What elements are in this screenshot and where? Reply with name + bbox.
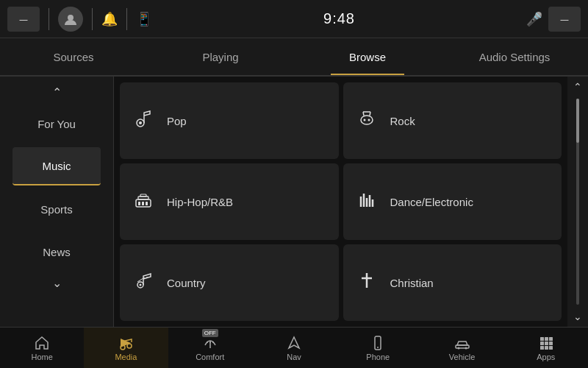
genre-dance[interactable]: Dance/Electronic	[343, 163, 562, 240]
svg-point-0	[68, 15, 74, 21]
genre-country[interactable]: Country	[120, 244, 339, 321]
svg-rect-40	[545, 342, 548, 345]
nav-icon-wrap	[286, 335, 302, 351]
nav-label: Nav	[287, 353, 301, 361]
comfort-label: Comfort	[196, 353, 224, 361]
vehicle-icon-wrap	[454, 335, 470, 351]
svg-rect-11	[140, 194, 146, 197]
svg-point-7	[363, 119, 365, 121]
scroll-track	[576, 99, 579, 305]
sidebar-item-music[interactable]: Music	[12, 147, 101, 185]
svg-point-8	[368, 119, 370, 121]
comfort-icon-wrap: OFF	[202, 335, 218, 351]
svg-point-35	[465, 347, 467, 349]
sidebar-item-for-you[interactable]: For You	[12, 105, 101, 143]
scroll-up-btn[interactable]: ⌃	[573, 81, 582, 93]
off-badge: OFF	[202, 329, 218, 337]
svg-rect-37	[545, 337, 548, 341]
svg-point-2	[139, 121, 142, 124]
pop-icon	[132, 108, 155, 133]
genre-christian[interactable]: Christian	[343, 244, 562, 321]
svg-rect-14	[146, 202, 148, 205]
clock: 9:48	[323, 10, 355, 27]
svg-rect-42	[540, 346, 544, 350]
sidebar-down-arrow[interactable]: ⌄	[52, 273, 62, 293]
genre-hiphop[interactable]: Hip-Hop/R&B	[120, 163, 339, 240]
svg-marker-30	[289, 337, 299, 348]
apps-icon-wrap	[538, 335, 554, 351]
country-label: Country	[167, 277, 206, 289]
svg-rect-41	[549, 342, 553, 345]
genre-rock[interactable]: Rock	[343, 82, 562, 159]
bottom-media[interactable]: Media	[84, 328, 168, 368]
sidebar-item-news[interactable]: News	[12, 233, 101, 271]
bell-icon: 🔔	[101, 11, 118, 27]
christian-icon	[355, 270, 379, 295]
apps-label: Apps	[537, 353, 555, 361]
svg-rect-13	[142, 202, 144, 205]
home-icon-wrap	[34, 335, 50, 351]
tab-browse[interactable]: Browse	[294, 38, 441, 75]
nav-tabs: Sources Playing Browse Audio Settings	[0, 38, 588, 77]
rock-icon	[355, 108, 379, 133]
top-btn-2[interactable]: —	[548, 7, 581, 32]
genre-grid-container: Pop Rock	[114, 77, 567, 327]
svg-rect-43	[545, 346, 548, 350]
vehicle-label: Vehicle	[449, 353, 475, 361]
svg-rect-38	[549, 337, 553, 341]
svg-point-3	[361, 116, 373, 124]
media-label: Media	[115, 353, 137, 361]
top-bar-left: — 🔔 📱	[7, 7, 152, 32]
dance-icon	[355, 189, 379, 214]
top-btn-1[interactable]: —	[7, 7, 40, 32]
phone-label: Phone	[366, 353, 390, 361]
top-bar-divider	[49, 8, 49, 30]
scrollbar: ⌃ ⌄	[567, 77, 588, 327]
bottom-phone[interactable]: Phone	[336, 328, 420, 368]
user-avatar	[58, 7, 83, 32]
svg-rect-10	[138, 197, 148, 199]
mic-icon[interactable]: 🎤	[526, 11, 542, 27]
svg-rect-36	[540, 337, 544, 341]
top-bar: — 🔔 📱 9:48 🎤 —	[0, 0, 588, 38]
top-bar-right: 🎤 —	[526, 7, 581, 32]
country-icon	[132, 270, 155, 295]
sidebar-item-sports[interactable]: Sports	[12, 190, 101, 228]
phone-icon: 📱	[136, 11, 152, 27]
hiphop-label: Hip-Hop/R&B	[167, 196, 233, 208]
bottom-nav[interactable]: Nav	[252, 328, 336, 368]
christian-label: Christian	[390, 277, 434, 289]
svg-rect-39	[540, 342, 544, 345]
main-content: ⌃ For You Music Sports News ⌄	[0, 77, 588, 327]
svg-point-27	[127, 344, 132, 348]
hiphop-icon	[132, 189, 155, 214]
bottom-bar: Home Media OFF Comfort	[0, 327, 588, 368]
dance-label: Dance/Electronic	[390, 196, 473, 208]
scroll-thumb[interactable]	[576, 99, 579, 143]
bottom-apps[interactable]: Apps	[504, 328, 588, 368]
top-bar-divider2	[92, 8, 93, 30]
tab-sources[interactable]: Sources	[0, 38, 147, 75]
bottom-comfort[interactable]: OFF Comfort	[168, 328, 252, 368]
bottom-home[interactable]: Home	[0, 328, 84, 368]
tab-playing[interactable]: Playing	[147, 38, 294, 75]
svg-rect-12	[138, 202, 140, 205]
media-icon-wrap	[118, 335, 134, 351]
top-bar-divider3	[126, 8, 127, 30]
rock-label: Rock	[390, 115, 415, 127]
svg-rect-44	[549, 346, 553, 350]
phone-icon-wrap	[370, 335, 386, 351]
pop-label: Pop	[167, 115, 187, 127]
sidebar: ⌃ For You Music Sports News ⌄	[0, 77, 114, 327]
svg-point-21	[140, 284, 142, 286]
sidebar-up-arrow[interactable]: ⌃	[52, 82, 62, 102]
scroll-down-btn[interactable]: ⌄	[573, 311, 582, 322]
genre-grid: Pop Rock	[120, 82, 562, 321]
bottom-vehicle[interactable]: Vehicle	[420, 328, 503, 368]
svg-point-34	[457, 347, 459, 349]
home-label: Home	[31, 353, 52, 361]
genre-pop[interactable]: Pop	[120, 82, 339, 159]
tab-audio-settings[interactable]: Audio Settings	[441, 38, 588, 75]
